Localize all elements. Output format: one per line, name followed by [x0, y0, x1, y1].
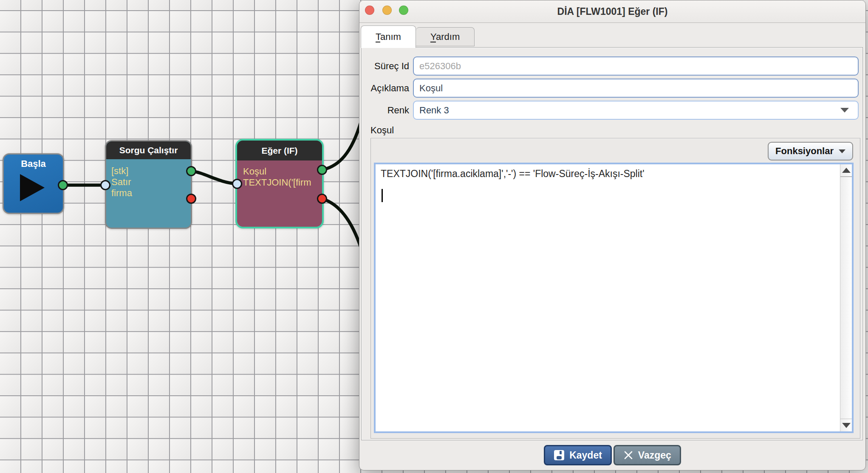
minimize-button[interactable] [382, 6, 392, 15]
tab-tanim-label: Tanım [376, 31, 401, 42]
node-basla[interactable]: Başla [3, 153, 64, 214]
tab-bar: Tanım Yardım [361, 23, 475, 48]
aciklama-label: Açıklama [362, 83, 413, 94]
surec-id-field[interactable] [413, 56, 859, 76]
port-sorgu-output-ok[interactable] [186, 166, 196, 176]
node-sorgu-calistir[interactable]: Sorgu Çalıştır [stk] Satır firma [105, 140, 192, 229]
node-sorgu-line: [stk] [111, 166, 187, 177]
dialog-title: DİA [FLW1001] Eğer (IF) [359, 0, 865, 23]
renk-selected-value: Renk 3 [419, 105, 449, 116]
surec-id-row: Süreç Id [362, 56, 859, 76]
kaydet-label: Kaydet [569, 450, 602, 461]
scroll-up-button[interactable] [840, 164, 852, 177]
port-eger-output-true[interactable] [317, 165, 327, 175]
surec-id-label: Süreç Id [362, 61, 413, 72]
node-sorgu-line: firma [111, 188, 187, 199]
expression-editor[interactable]: TEXTJOIN('[firma.aciklama]','-') == 'Flo… [374, 163, 854, 433]
form-fields: Süreç Id Açıklama Renk Renk 3 [362, 48, 862, 120]
scroll-down-icon [842, 423, 851, 428]
close-button[interactable] [365, 6, 374, 15]
caret-down-icon [839, 149, 845, 153]
port-sorgu-output-error[interactable] [186, 194, 196, 204]
kosul-section-label: Koşul [370, 125, 862, 136]
node-sorgu-body: [stk] Satır firma [106, 159, 191, 199]
tab-yardim[interactable]: Yardım [416, 27, 475, 46]
save-icon [554, 450, 565, 461]
node-eger-if[interactable]: Eğer (IF) Koşul TEXTJOIN('[firm [235, 139, 324, 228]
edge-sorgu-to-eger[interactable] [191, 171, 237, 184]
cancel-x-icon [623, 450, 633, 460]
port-basla-output[interactable] [58, 180, 68, 190]
node-basla-title: Başla [4, 158, 63, 169]
dialog-titlebar[interactable]: DİA [FLW1001] Eğer (IF) [359, 0, 865, 23]
vazgec-label: Vazgeç [638, 450, 671, 461]
edge-eger-true-out[interactable] [322, 121, 361, 170]
zoom-button[interactable] [399, 6, 408, 15]
aciklama-field[interactable] [413, 79, 859, 98]
node-eger-body: Koşul TEXTJOIN('[firm [237, 160, 322, 188]
eger-if-dialog: DİA [FLW1001] Eğer (IF) Tanım Yardım Sür… [359, 0, 866, 470]
play-icon [20, 174, 45, 201]
vazgec-button[interactable]: Vazgeç [614, 445, 681, 465]
aciklama-row: Açıklama [362, 79, 859, 98]
port-sorgu-input[interactable] [100, 180, 110, 190]
expression-text: TEXTJOIN('[firma.aciklama]','-') == 'Flo… [376, 164, 852, 180]
renk-row: Renk Renk 3 [362, 101, 859, 120]
node-eger-line: TEXTJOIN('[firm [243, 177, 319, 188]
node-eger-title: Eğer (IF) [237, 141, 322, 160]
node-eger-line: Koşul [243, 166, 319, 177]
scroll-down-button[interactable] [840, 419, 852, 431]
kosul-panel: Fonksiyonlar TEXTJOIN('[firma.aciklama]'… [370, 138, 860, 439]
text-cursor [382, 189, 383, 202]
tab-tanim[interactable]: Tanım [361, 25, 416, 48]
editor-scrollbar[interactable] [840, 164, 852, 431]
port-eger-output-false[interactable] [317, 194, 327, 204]
node-sorgu-title: Sorgu Çalıştır [106, 141, 191, 159]
node-sorgu-line: Satır [111, 177, 187, 188]
port-eger-input[interactable] [232, 179, 242, 189]
fonksiyonlar-label: Fonksiyonlar [775, 146, 834, 157]
tanim-tab-panel: Süreç Id Açıklama Renk Renk 3 Koşul Fonk… [361, 47, 863, 440]
edge-eger-false-out[interactable] [322, 199, 361, 248]
kaydet-button[interactable]: Kaydet [544, 445, 612, 465]
tab-yardim-label: Yardım [430, 31, 460, 42]
renk-select[interactable]: Renk 3 [413, 101, 859, 120]
scroll-up-icon [842, 168, 851, 173]
renk-label: Renk [362, 105, 413, 116]
fonksiyonlar-button[interactable]: Fonksiyonlar [768, 142, 853, 160]
dialog-footer: Kaydet Vazgeç [359, 440, 865, 470]
chevron-down-icon [840, 108, 849, 113]
